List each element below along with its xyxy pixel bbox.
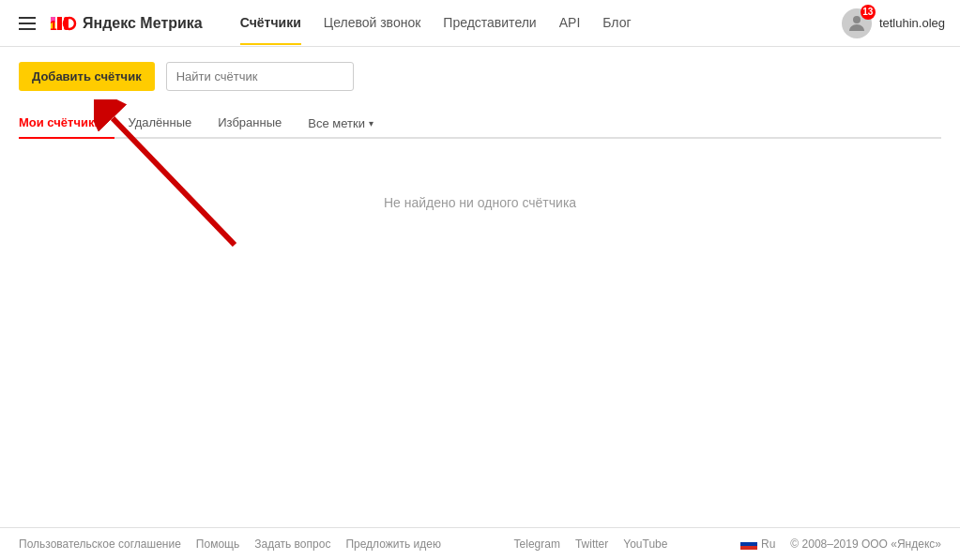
footer-center-links: Telegram Twitter YouTube [514,537,668,551]
logo[interactable]: 1 Яндекс Метрика [49,9,203,38]
svg-text:1: 1 [50,18,57,33]
logo-icon: 1 [49,9,77,38]
footer-link-youtube[interactable]: YouTube [623,537,667,551]
tab-favorites[interactable]: Избранные [218,108,295,139]
footer-link-telegram[interactable]: Telegram [514,537,560,551]
footer-link-twitter[interactable]: Twitter [575,537,608,551]
notification-badge: 13 [861,5,876,20]
user-avatar-wrap[interactable]: 13 [842,8,872,38]
nav-item-блог[interactable]: Блог [602,2,631,45]
main-content: Добавить счётчик Мои счётчики Удалённые … [0,47,960,527]
footer-link-help[interactable]: Помощь [196,537,239,551]
tabs-bar: Мои счётчики Удалённые Избранные Все мет… [19,106,941,139]
language-selector[interactable]: Ru [740,537,775,551]
footer-link-ask[interactable]: Задать вопрос [254,537,330,551]
tab-deleted[interactable]: Удалённые [128,108,205,139]
hamburger-menu[interactable] [15,13,39,34]
nav-item-счётчики[interactable]: Счётчики [240,2,301,45]
nav-item-представители[interactable]: Представители [443,2,536,45]
tab-all-tags[interactable]: Все метки ▾ [308,109,373,138]
header-right: 13 tetluhin.oleg [842,8,945,38]
footer-link-agreement[interactable]: Пользовательское соглашение [19,537,181,551]
svg-rect-10 [740,542,757,546]
language-label: Ru [761,537,775,551]
add-counter-button[interactable]: Добавить счётчик [19,62,155,91]
svg-rect-11 [740,546,757,550]
footer: Пользовательское соглашение Помощь Задат… [0,527,960,560]
svg-rect-9 [740,538,757,542]
header-left: 1 Яндекс Метрика [15,9,203,38]
tab-my-counters[interactable]: Мои счётчики [19,108,114,139]
username[interactable]: tetluhin.oleg [879,16,945,30]
chevron-down-icon: ▾ [369,118,373,129]
empty-message: Не найдено ни одного счётчика [19,195,941,210]
nav-item-целевой-звонок[interactable]: Целевой звонок [324,2,421,45]
footer-link-suggest[interactable]: Предложить идею [345,537,441,551]
svg-rect-1 [57,17,62,30]
logo-text: Яндекс Метрика [83,15,203,32]
header: 1 Яндекс Метрика Счётчики Целевой звонок… [0,0,960,47]
footer-left-links: Пользовательское соглашение Помощь Задат… [19,537,441,551]
nav-item-api[interactable]: API [559,2,581,45]
footer-right: Ru © 2008–2019 ООО «Яндекс» [740,537,941,551]
main-nav: Счётчики Целевой звонок Представители AP… [240,2,842,45]
toolbar: Добавить счётчик [19,62,941,91]
copyright: © 2008–2019 ООО «Яндекс» [790,537,941,551]
svg-point-6 [853,16,861,23]
search-input[interactable] [166,62,354,91]
